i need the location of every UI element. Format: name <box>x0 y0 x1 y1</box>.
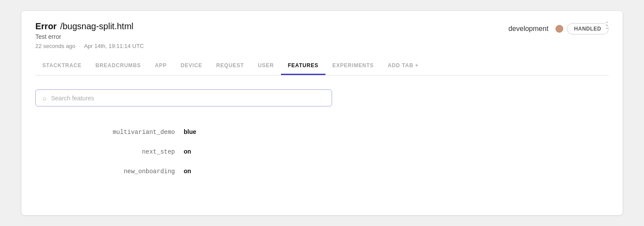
search-box[interactable]: ⌕ <box>35 89 332 106</box>
status-badge: HANDLED <box>555 23 609 34</box>
tab-experiments[interactable]: EXPERIMENTS <box>325 57 381 75</box>
header-top: Error /bugsnag-split.html Test error 22 … <box>35 21 609 49</box>
features-list: multivariant_demobluenext_steponnew_onbo… <box>35 122 609 181</box>
tab-stacktrace[interactable]: STACKTRACE <box>35 57 89 75</box>
title-row: Error /bugsnag-split.html <box>35 21 144 31</box>
tab-request[interactable]: REQUEST <box>209 57 251 75</box>
error-label: Error <box>35 21 57 31</box>
error-description: Test error <box>35 33 144 40</box>
timestamp-absolute: Apr 14th, 19:11:14 UTC <box>84 43 144 49</box>
header-left: Error /bugsnag-split.html Test error 22 … <box>35 21 144 49</box>
tab-add-tab[interactable]: ADD TAB + <box>381 57 426 75</box>
status-dot <box>555 25 563 33</box>
timestamp-relative: 22 seconds ago <box>35 43 75 49</box>
tab-app[interactable]: APP <box>148 57 174 75</box>
meta-separator: · <box>79 43 81 49</box>
feature-row: new_onboardingon <box>35 161 609 181</box>
feature-value: on <box>184 168 191 175</box>
meta-row: 22 seconds ago · Apr 14th, 19:11:14 UTC <box>35 43 144 49</box>
search-input[interactable] <box>51 95 325 102</box>
feature-key: next_step <box>35 148 184 155</box>
feature-value: blue <box>184 128 196 135</box>
feature-key: new_onboarding <box>35 168 184 175</box>
tab-features[interactable]: FEATURES <box>281 57 325 75</box>
card-body: ⌕ multivariant_demobluenext_steponnew_on… <box>21 75 623 195</box>
feature-row: multivariant_demoblue <box>35 122 609 142</box>
header-right: development HANDLED <box>508 23 609 34</box>
environment-label: development <box>508 25 548 33</box>
tab-device[interactable]: DEVICE <box>174 57 209 75</box>
tab-breadcrumbs[interactable]: BREADCRUMBS <box>89 57 148 75</box>
tabs-row: STACKTRACEBREADCRUMBSAPPDEVICEREQUESTUSE… <box>35 57 609 75</box>
search-icon: ⌕ <box>43 94 47 102</box>
more-options-icon[interactable]: ⋮ <box>603 20 612 30</box>
error-path: /bugsnag-split.html <box>60 21 134 31</box>
feature-row: next_stepon <box>35 142 609 161</box>
error-card: Error /bugsnag-split.html Test error 22 … <box>21 10 623 216</box>
feature-key: multivariant_demo <box>35 129 184 136</box>
tab-user[interactable]: USER <box>251 57 281 75</box>
feature-value: on <box>184 148 191 155</box>
card-header: Error /bugsnag-split.html Test error 22 … <box>21 11 623 75</box>
